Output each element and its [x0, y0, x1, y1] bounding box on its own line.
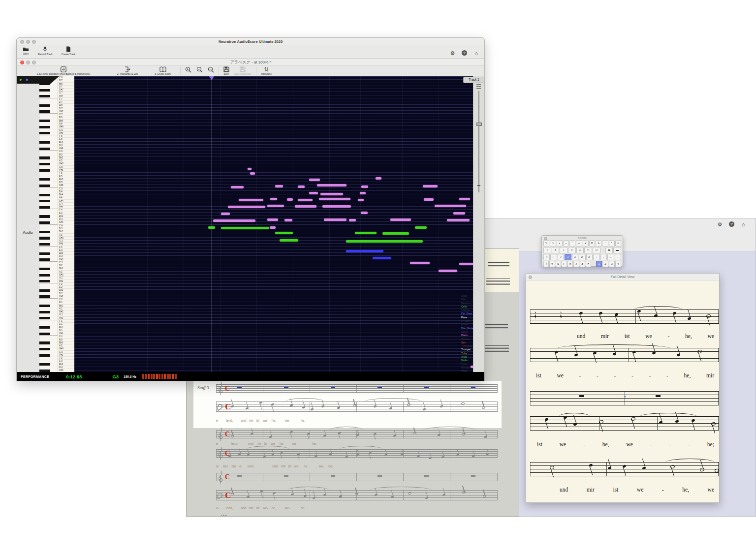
- staff-system[interactable]: C: [216, 449, 498, 458]
- black-key[interactable]: [39, 333, 50, 335]
- note[interactable]: [408, 492, 411, 495]
- note-bar[interactable]: [453, 212, 465, 215]
- note[interactable]: [271, 454, 274, 457]
- keypad-key[interactable]: +: [576, 240, 582, 247]
- note[interactable]: [323, 434, 326, 437]
- note[interactable]: [589, 463, 593, 467]
- note[interactable]: [230, 405, 234, 408]
- note[interactable]: [428, 457, 432, 460]
- note-bar[interactable]: [280, 239, 298, 242]
- staff-system[interactable]: C: [216, 473, 498, 481]
- note[interactable]: [302, 406, 305, 409]
- note-bar[interactable]: [221, 213, 230, 215]
- note[interactable]: [373, 432, 377, 435]
- keypad-key[interactable]: ×: [568, 247, 576, 253]
- keypad-key[interactable]: .: [593, 254, 599, 260]
- note[interactable]: [373, 405, 377, 408]
- note-bar[interactable]: [228, 206, 265, 208]
- legend-item-dbl-bass[interactable]: Dbl. Bass: [461, 312, 473, 315]
- note[interactable]: [337, 406, 340, 409]
- note[interactable]: [230, 434, 234, 438]
- note[interactable]: [637, 309, 641, 313]
- black-key[interactable]: [39, 156, 50, 159]
- note-bar[interactable]: [295, 205, 316, 208]
- legend-item-dist-guitar[interactable]: Dist. Guitar: [461, 327, 473, 330]
- note-bar[interactable]: [270, 226, 276, 229]
- staff-system[interactable]: C: [216, 402, 498, 412]
- note[interactable]: [356, 433, 359, 436]
- legend-item-piccolo[interactable]: Piccolo: [461, 338, 473, 341]
- note[interactable]: [554, 350, 558, 354]
- note[interactable]: [481, 406, 485, 409]
- note-bar[interactable]: [324, 218, 346, 221]
- note[interactable]: [462, 432, 466, 436]
- note-bar[interactable]: [275, 185, 283, 187]
- zoom-in-button[interactable]: [185, 66, 191, 73]
- black-key[interactable]: [39, 163, 50, 165]
- legend-item-guitar[interactable]: Guitar: [461, 323, 473, 326]
- note-bar[interactable]: [320, 193, 343, 195]
- note[interactable]: [442, 494, 445, 496]
- note[interactable]: [250, 432, 253, 435]
- note-bar[interactable]: [287, 198, 293, 201]
- keypad-key[interactable]: Ҙ: [580, 261, 585, 267]
- note[interactable]: [297, 453, 300, 456]
- staff-system[interactable]: [530, 416, 719, 431]
- note[interactable]: [374, 494, 378, 496]
- black-key[interactable]: [39, 243, 50, 246]
- playhead-marker[interactable]: [209, 76, 214, 80]
- document-window-controls[interactable]: [20, 61, 36, 64]
- note-bar[interactable]: [435, 205, 466, 207]
- note[interactable]: [246, 495, 250, 498]
- zoom-button[interactable]: [32, 61, 36, 64]
- note[interactable]: [310, 408, 314, 411]
- note[interactable]: [262, 456, 266, 459]
- note[interactable]: [659, 421, 662, 424]
- note[interactable]: [672, 311, 676, 315]
- keypad-voice-4[interactable]: 4: [615, 261, 621, 267]
- step-2-transcribe-edit[interactable]: 2. Transcribe & Edit: [110, 66, 145, 75]
- note[interactable]: [675, 420, 679, 423]
- note[interactable]: [485, 453, 489, 456]
- note-bar[interactable]: [423, 185, 438, 187]
- note[interactable]: [354, 493, 358, 496]
- open-button[interactable]: Open: [23, 46, 29, 55]
- create-track-button[interactable]: Create Track: [62, 46, 76, 56]
- black-key[interactable]: [39, 258, 50, 261]
- legend-item-trumpet[interactable]: Trumpet: [461, 348, 473, 351]
- minimize-button[interactable]: [26, 40, 30, 44]
- black-key[interactable]: [39, 311, 50, 313]
- legend-item-oboe[interactable]: Oboe: [461, 330, 473, 334]
- keypad-key[interactable]: ∨: [583, 240, 589, 247]
- legend-item-whistle[interactable]: Whistle: [461, 366, 473, 370]
- note[interactable]: [228, 455, 231, 458]
- note-bar[interactable]: [358, 199, 364, 201]
- minimize-button[interactable]: [26, 61, 30, 64]
- note[interactable]: [271, 403, 274, 406]
- note[interactable]: [699, 467, 705, 472]
- legend-item-bassoon[interactable]: Bassoon: [461, 302, 473, 305]
- note[interactable]: [441, 456, 444, 459]
- step-1-time-signature[interactable]: 1.Set Time Signature (then Barlines & In…: [22, 66, 105, 75]
- transpose-button[interactable]: Transpose: [261, 66, 272, 75]
- note[interactable]: [425, 496, 428, 499]
- staff-system[interactable]: +: [530, 391, 719, 405]
- keypad-key[interactable]: •: [557, 240, 563, 247]
- black-key[interactable]: [39, 89, 50, 92]
- note-bar[interactable]: [231, 186, 244, 188]
- note-bar[interactable]: [322, 205, 351, 208]
- help-icon[interactable]: ?: [462, 50, 467, 56]
- record-track-button[interactable]: Record Track: [38, 46, 53, 56]
- black-key[interactable]: [39, 317, 50, 319]
- keypad-voice-3[interactable]: 3: [609, 261, 615, 267]
- zoom-fit-button[interactable]: [208, 66, 214, 73]
- zoom-button[interactable]: [32, 40, 36, 44]
- note[interactable]: [269, 435, 272, 438]
- keypad-key[interactable]: ↖: [543, 240, 549, 247]
- note[interactable]: [607, 466, 611, 470]
- close-button[interactable]: [20, 61, 24, 64]
- note-bar[interactable]: [410, 262, 430, 264]
- black-key[interactable]: [39, 169, 50, 171]
- keypad-key[interactable]: ♯: [552, 247, 560, 253]
- note[interactable]: [290, 493, 294, 496]
